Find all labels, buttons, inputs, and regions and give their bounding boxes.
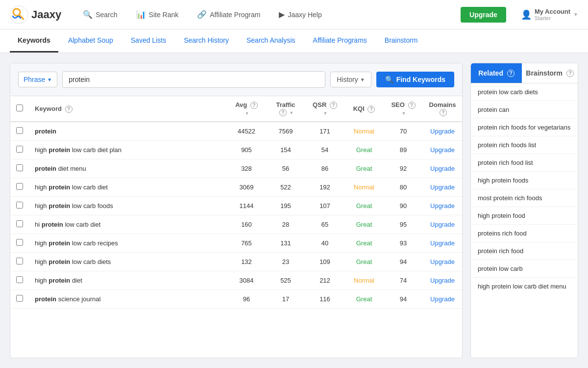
table-row: high protein low carb diets 132 23 109 G… [10, 253, 462, 271]
kqi-cell: Normal [344, 122, 384, 141]
select-all-checkbox[interactable] [16, 105, 23, 111]
upgrade-link[interactable]: Upgrade [430, 146, 455, 154]
keyword-info-icon[interactable]: ? [65, 105, 73, 113]
upgrade-link[interactable]: Upgrade [430, 221, 455, 228]
row-checkbox[interactable] [16, 295, 23, 302]
brainstorm-tab[interactable]: Brainstorm ? [522, 63, 578, 83]
nav-site-rank[interactable]: 📊 Site Rank [134, 10, 181, 19]
upgrade-link[interactable]: Upgrade [430, 184, 455, 191]
avg-header: Avg ? ▼ [227, 96, 266, 122]
row-checkbox[interactable] [16, 202, 23, 209]
nav-search[interactable]: 🔍 Search [81, 10, 119, 19]
find-keywords-button[interactable]: 🔍 Find Keywords [376, 72, 454, 87]
keyword-post: science journal [56, 295, 100, 303]
tab-keywords[interactable]: Keywords [10, 29, 58, 53]
keyword-cell: protein [29, 122, 227, 141]
upgrade-link[interactable]: Upgrade [430, 295, 455, 303]
qsr-info-icon[interactable]: ? [330, 102, 337, 109]
history-button[interactable]: History ▼ [330, 72, 371, 87]
avg-info-icon[interactable]: ? [250, 102, 258, 109]
tab-search-history[interactable]: Search History [176, 29, 237, 53]
table-row: high protein low carb recipes 765 131 40… [10, 234, 462, 253]
upgrade-link[interactable]: Upgrade [430, 128, 455, 135]
account-tier: Starter [535, 15, 570, 21]
row-checkbox-cell [10, 234, 29, 253]
table-row: protein science journal 96 17 116 Great … [10, 290, 462, 309]
row-checkbox[interactable] [16, 258, 23, 264]
domains-cell: Upgrade [423, 234, 462, 253]
traffic-cell: 56 [266, 159, 305, 178]
row-checkbox[interactable] [16, 239, 23, 246]
qsr-header: QSR ? ▼ [305, 96, 344, 122]
avg-cell: 3084 [227, 271, 266, 290]
traffic-cell: 28 [266, 215, 305, 234]
row-checkbox[interactable] [16, 146, 23, 153]
tab-saved-lists[interactable]: Saved Lists [123, 29, 174, 53]
domains-info-icon[interactable]: ? [440, 109, 447, 116]
related-item[interactable]: protein rich foods list [471, 136, 578, 154]
avg-cell: 765 [227, 234, 266, 253]
domains-header: Domains ? [423, 96, 462, 122]
related-item[interactable]: protein rich foods for vegetarians [471, 119, 578, 136]
related-item[interactable]: most protein rich foods [471, 189, 578, 207]
account-area[interactable]: 👤 My Account Starter ▼ [521, 8, 578, 21]
tab-affiliate-programs[interactable]: Affiliate Programs [305, 29, 375, 53]
nav-jaaxy-help[interactable]: ▶ Jaaxy Help [277, 10, 323, 19]
keyword-pre: hi [35, 221, 42, 228]
related-item[interactable]: protein rich food [471, 242, 578, 260]
row-checkbox[interactable] [16, 276, 23, 283]
related-item[interactable]: high protein foods [471, 172, 578, 189]
nav-affiliate-program[interactable]: 🔗 Affiliate Program [195, 10, 262, 19]
related-item[interactable]: high protein food [471, 207, 578, 225]
keyword-bold: protein [49, 239, 70, 247]
keyword-post: diet [70, 277, 82, 284]
keyword-post: low carb diet [70, 184, 108, 191]
related-item[interactable]: protein low carb diets [471, 83, 578, 101]
related-item[interactable]: proteins rich food [471, 225, 578, 242]
related-item[interactable]: high protein low carb diet menu [471, 278, 578, 295]
search-input[interactable] [62, 71, 325, 88]
upgrade-link[interactable]: Upgrade [430, 277, 455, 284]
row-checkbox[interactable] [16, 183, 23, 190]
upgrade-button[interactable]: Upgrade [461, 7, 506, 23]
seo-header: SEO ? ▼ [384, 96, 423, 122]
row-checkbox[interactable] [16, 164, 23, 171]
secondary-nav: Keywords Alphabet Soup Saved Lists Searc… [0, 29, 588, 53]
tab-alphabet-soup[interactable]: Alphabet Soup [60, 29, 121, 53]
domains-cell: Upgrade [423, 197, 462, 215]
top-nav: Jaaxy 🔍 Search 📊 Site Rank 🔗 Affiliate P… [0, 0, 588, 29]
keyword-cell: hi protein low carb diet [29, 215, 227, 234]
keyword-bold: protein [49, 277, 70, 284]
domains-cell: Upgrade [423, 215, 462, 234]
upgrade-link[interactable]: Upgrade [430, 165, 455, 172]
brainstorm-info-icon[interactable]: ? [566, 70, 574, 77]
row-checkbox[interactable] [16, 220, 23, 227]
account-icon: 👤 [521, 9, 532, 20]
traffic-info-icon[interactable]: ? [279, 109, 287, 116]
related-item[interactable]: protein rich food list [471, 154, 578, 172]
upgrade-link[interactable]: Upgrade [430, 258, 455, 265]
seo-info-icon[interactable]: ? [408, 102, 416, 109]
related-item[interactable]: protein can [471, 101, 578, 119]
traffic-cell: 525 [266, 271, 305, 290]
logo-icon [10, 5, 28, 24]
keyword-header: Keyword ? [29, 96, 227, 122]
select-all-header [10, 96, 29, 122]
keyword-pre: high [35, 239, 49, 247]
traffic-cell: 154 [266, 141, 305, 159]
qsr-cell: 109 [305, 253, 344, 271]
upgrade-link[interactable]: Upgrade [430, 202, 455, 210]
related-tab[interactable]: Related ? [471, 63, 522, 83]
phrase-dropdown[interactable]: Phrase ▼ [18, 72, 57, 87]
kqi-info-icon[interactable]: ? [368, 105, 375, 113]
upgrade-link[interactable]: Upgrade [430, 239, 455, 247]
keyword-bold: protein [49, 202, 70, 210]
row-checkbox[interactable] [16, 127, 23, 134]
tab-search-analysis[interactable]: Search Analysis [239, 29, 303, 53]
table-row: protein 44522 7569 171 Normal 70 Upgrade [10, 122, 462, 141]
tab-brainstorm[interactable]: Brainstorm [377, 29, 426, 53]
keyword-post: diet menu [56, 165, 86, 172]
related-item[interactable]: protein low carb [471, 260, 578, 278]
related-info-icon[interactable]: ? [507, 70, 514, 77]
traffic-cell: 7569 [266, 122, 305, 141]
